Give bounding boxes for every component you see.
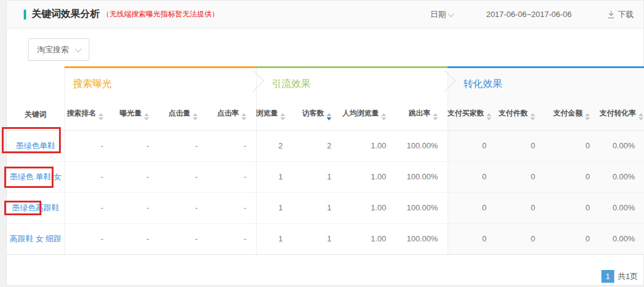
cell-bounce-rate: 100.00% (396, 223, 448, 254)
cell-paying-buyers: 0 (448, 192, 496, 223)
cell-pv-per-visitor: 1.00 (341, 130, 396, 161)
cell-search-rank: - (64, 161, 113, 192)
sort-icon (381, 113, 386, 120)
column-header-pv-per-visitor[interactable]: 人均浏览量 (341, 99, 396, 130)
pagination: 1 共1页 (601, 270, 638, 283)
table-row: 墨绿色 单鞋 女 - - - - 1 1 1.00 100.00% 0 0 0 … (7, 161, 644, 192)
cell-items-paid: 0 (496, 130, 545, 161)
download-icon (607, 10, 615, 19)
title-bar-actions: 日期 2017-06-06~2017-06-06 下载 (430, 9, 634, 20)
cell-items-paid: 0 (496, 223, 545, 254)
cell-impressions: - (113, 161, 159, 192)
keyword-link[interactable]: 高跟鞋 女 细跟 (10, 234, 61, 243)
cell-impressions: - (113, 192, 159, 223)
column-header-paying-buyers[interactable]: 支付买家数 (448, 99, 496, 130)
title-accent-bar (24, 10, 26, 19)
keyword-metrics-table: 关键词 搜索排名 曝光量 点击量 点击率 浏览量 访客数 人均浏览量 跳出率 支… (7, 99, 644, 255)
cell-bounce-rate: 100.00% (396, 161, 448, 192)
column-header-keyword: 关键词 (7, 99, 64, 130)
channel-select-value: 淘宝搜索 (37, 44, 69, 55)
cell-bounce-rate: 100.00% (396, 192, 448, 223)
keyword-analysis-panel: 关键词效果分析 （无线端搜索曝光指标暂无法提供） 日期 2017-06-06~2… (6, 0, 644, 286)
cell-ctr: - (207, 130, 256, 161)
sort-icon (241, 113, 246, 120)
page-total-label: 共1页 (618, 271, 638, 282)
column-header-pageviews[interactable]: 浏览量 (256, 99, 293, 130)
group-conversion-effect: 转化效果 (448, 66, 644, 99)
group-label: 搜索曝光 (73, 78, 112, 91)
cell-paying-buyers: 0 (448, 130, 496, 161)
cell-clicks: - (159, 223, 207, 254)
cell-visitors: 1 (293, 192, 341, 223)
column-header-ctr[interactable]: 点击率 (207, 99, 256, 130)
cell-pageviews: 2 (256, 130, 293, 161)
column-header-items-paid[interactable]: 支付件数 (496, 99, 545, 130)
download-button[interactable]: 下载 (607, 9, 634, 20)
cell-ctr: - (207, 192, 256, 223)
cell-payment-amount: 0 (545, 223, 600, 254)
table-row: 墨绿色高跟鞋 - - - - 1 1 1.00 100.00% 0 0 0 0.… (7, 192, 644, 223)
page-title: 关键词效果分析 (32, 8, 100, 21)
date-range: 2017-06-06~2017-06-06 (486, 10, 572, 19)
group-search-exposure: 搜索曝光 (64, 66, 256, 99)
date-dropdown-label: 日期 (430, 9, 446, 20)
keyword-link[interactable]: 墨绿色高跟鞋 (12, 203, 60, 212)
cell-pageviews: 1 (256, 223, 293, 254)
cell-clicks: - (159, 130, 207, 161)
cell-bounce-rate: 100.00% (396, 130, 448, 161)
sort-icon (486, 113, 491, 120)
group-traffic-effect: 引流效果 (256, 66, 448, 99)
column-header-visitors[interactable]: 访客数 (293, 99, 341, 130)
table-row: 高跟鞋 女 细跟 - - - - 1 1 1.00 100.00% 0 0 0 … (7, 223, 644, 254)
cell-impressions: - (113, 223, 159, 254)
cell-paying-buyers: 0 (448, 161, 496, 192)
sort-icon (585, 113, 590, 120)
date-dropdown[interactable]: 日期 (430, 9, 454, 20)
cell-visitors: 1 (293, 161, 341, 192)
download-label: 下载 (618, 9, 634, 20)
keyword-cell: 墨绿色单鞋 (7, 130, 64, 161)
page-number[interactable]: 1 (601, 270, 614, 283)
cell-clicks: - (159, 192, 207, 223)
cell-visitors: 2 (293, 130, 341, 161)
sort-icon (193, 113, 198, 120)
column-header-search-rank[interactable]: 搜索排名 (64, 99, 113, 130)
channel-select[interactable]: 淘宝搜索 (28, 38, 89, 61)
sort-icon (433, 113, 438, 120)
cell-payment-conversion: 0.00% (600, 161, 644, 192)
title-bar: 关键词效果分析 （无线端搜索曝光指标暂无法提供） 日期 2017-06-06~2… (7, 1, 643, 29)
chevron-down-icon (75, 45, 81, 52)
column-header-payment-amount[interactable]: 支付金额 (545, 99, 600, 130)
cell-ctr: - (207, 161, 256, 192)
cell-clicks: - (159, 161, 207, 192)
sort-icon (280, 113, 285, 120)
keyword-link[interactable]: 墨绿色 单鞋 女 (10, 172, 61, 181)
cell-pageviews: 1 (256, 161, 293, 192)
sort-icon (530, 113, 535, 120)
group-label: 转化效果 (463, 78, 502, 91)
cell-visitors: 1 (293, 223, 341, 254)
cell-ctr: - (207, 223, 256, 254)
column-header-impressions[interactable]: 曝光量 (113, 99, 159, 130)
column-header-payment-conversion[interactable]: 支付转化率 (600, 99, 644, 130)
cell-pv-per-visitor: 1.00 (341, 161, 396, 192)
group-label: 引流效果 (272, 78, 311, 91)
cell-pv-per-visitor: 1.00 (341, 223, 396, 254)
cell-items-paid: 0 (496, 192, 545, 223)
column-header-bounce-rate[interactable]: 跳出率 (396, 99, 448, 130)
cell-payment-conversion: 0.00% (600, 130, 644, 161)
cell-payment-conversion: 0.00% (600, 192, 644, 223)
cell-search-rank: - (64, 223, 113, 254)
cell-items-paid: 0 (496, 161, 545, 192)
keyword-cell: 墨绿色 单鞋 女 (7, 161, 64, 192)
cell-pageviews: 1 (256, 192, 293, 223)
cell-payment-conversion: 0.00% (600, 223, 644, 254)
cell-pv-per-visitor: 1.00 (341, 192, 396, 223)
sort-icon (144, 113, 149, 120)
cell-search-rank: - (64, 192, 113, 223)
title-note: （无线端搜索曝光指标暂无法提供） (102, 9, 219, 19)
cell-paying-buyers: 0 (448, 223, 496, 254)
column-header-clicks[interactable]: 点击量 (159, 99, 207, 130)
keyword-cell: 高跟鞋 女 细跟 (7, 223, 64, 254)
keyword-link[interactable]: 墨绿色单鞋 (16, 141, 55, 150)
